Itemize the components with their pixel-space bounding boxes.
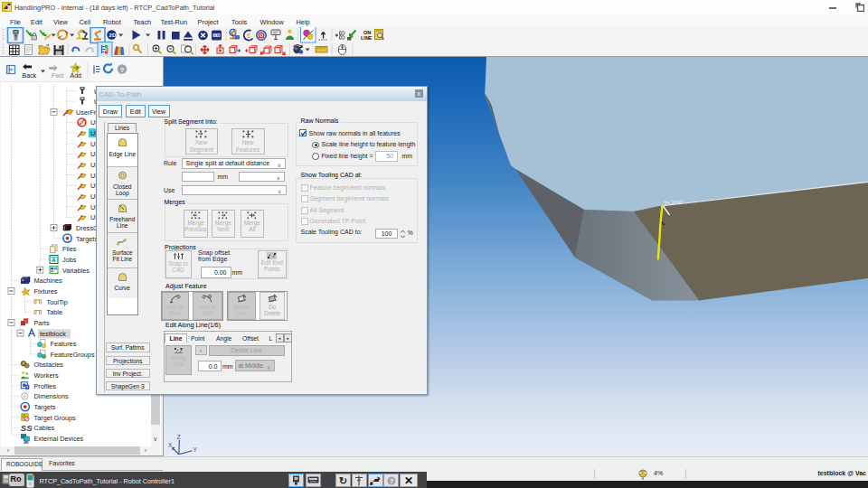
svg-text:Add: Add	[71, 72, 82, 79]
svg-text:2D: 2D	[109, 33, 117, 38]
svg-text:ToolTip: ToolTip	[47, 298, 68, 306]
svg-text:Dimensions: Dimensions	[34, 392, 69, 400]
svg-text:Parts: Parts	[34, 319, 50, 327]
svg-text:Features: Features	[51, 340, 77, 348]
svg-text:Targets: Targets	[34, 403, 56, 411]
svg-text:Targets: Targets	[76, 235, 98, 243]
svg-text:LINE: LINE	[361, 35, 373, 41]
svg-text:?: ?	[120, 66, 125, 74]
svg-text:testblock: testblock	[40, 330, 66, 338]
svg-text:X: X	[168, 442, 173, 448]
svg-text:External Devices: External Devices	[34, 435, 84, 443]
svg-text:Cables: Cables	[34, 424, 55, 432]
svg-text:Z: Z	[177, 434, 181, 440]
svg-text:Variables: Variables	[62, 267, 90, 275]
svg-text:Y: Y	[193, 446, 198, 453]
svg-text:?: ?	[389, 477, 393, 485]
svg-text:Files: Files	[62, 245, 77, 253]
svg-text:FeatureGroups: FeatureGroups	[51, 351, 95, 359]
svg-text:Machines: Machines	[34, 277, 63, 285]
svg-text:Table: Table	[47, 308, 62, 316]
svg-text:Target Groups: Target Groups	[34, 414, 77, 422]
svg-text:Workers: Workers	[34, 371, 59, 380]
svg-text:Profiles: Profiles	[34, 382, 57, 390]
svg-text:€: €	[247, 32, 251, 40]
svg-text:Back: Back	[23, 72, 37, 79]
svg-text:SS: SS	[21, 423, 33, 433]
svg-text:Jobs: Jobs	[62, 256, 77, 264]
svg-text:Fwd: Fwd	[52, 72, 63, 79]
svg-text:Obstacles: Obstacles	[34, 361, 64, 369]
svg-text:Fixtures: Fixtures	[34, 287, 58, 296]
